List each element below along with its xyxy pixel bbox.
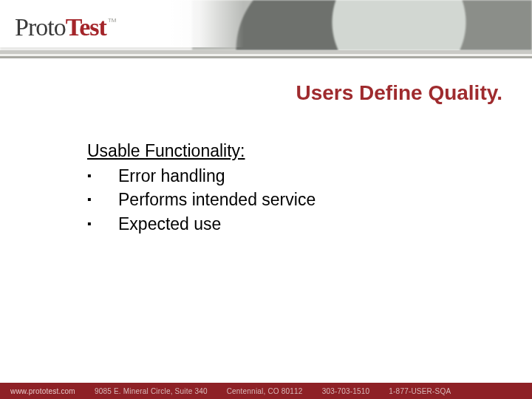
list-item: ▪ Performs intended service <box>87 188 316 211</box>
footer-city: Centennial, CO 80112 <box>227 387 303 395</box>
list-item: ▪ Expected use <box>87 212 316 236</box>
bullet-icon: ▪ <box>87 212 118 232</box>
bullet-text: Expected use <box>118 212 221 236</box>
bullet-icon: ▪ <box>87 188 118 208</box>
slide-footer: www.prototest.com 9085 E. Mineral Circle… <box>0 383 532 399</box>
logo-trademark: TM <box>108 17 117 24</box>
body-heading: Usable Functionality: <box>87 139 316 163</box>
slide-title: Users Define Quality. <box>0 81 502 105</box>
header-divider-bar <box>0 56 532 58</box>
footer-url: www.prototest.com <box>10 387 75 395</box>
list-item: ▪ Error handling <box>87 164 316 188</box>
bullet-icon: ▪ <box>87 164 118 184</box>
footer-tollfree: 1-877-USER-SQA <box>389 387 451 395</box>
slide-body: Usable Functionality: ▪ Error handling ▪… <box>87 139 316 236</box>
logo: ProtoTestTM <box>15 13 115 43</box>
logo-text-right: Test <box>66 13 106 41</box>
slide-header: ProtoTestTM <box>0 0 532 62</box>
bullet-text: Performs intended service <box>118 188 316 211</box>
logo-text-left: Proto <box>15 13 66 41</box>
footer-address: 9085 E. Mineral Circle, Suite 340 <box>95 387 208 395</box>
bullet-text: Error handling <box>118 164 225 188</box>
footer-phone: 303-703-1510 <box>322 387 370 395</box>
